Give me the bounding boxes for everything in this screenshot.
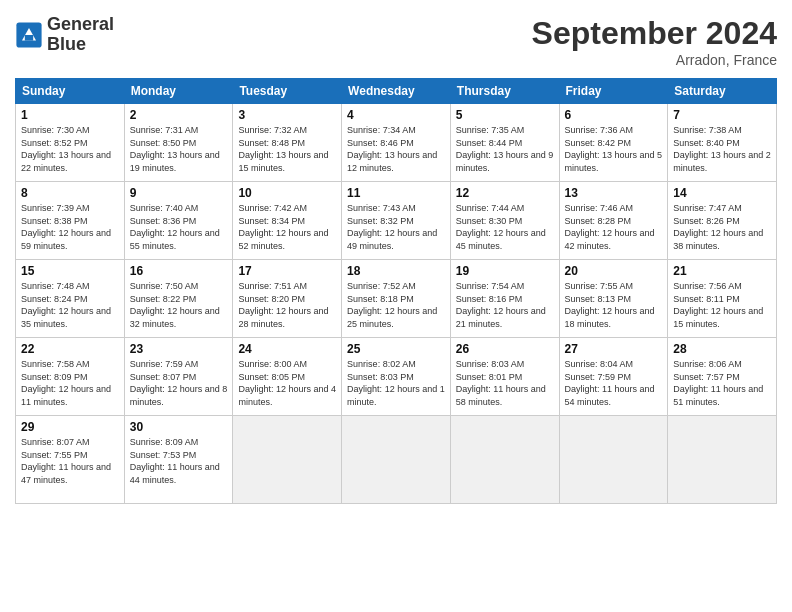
day-number: 7 bbox=[673, 108, 771, 122]
day-info: Sunrise: 7:51 AM Sunset: 8:20 PM Dayligh… bbox=[238, 280, 336, 330]
logo-icon bbox=[15, 21, 43, 49]
table-row: 29Sunrise: 8:07 AM Sunset: 7:55 PM Dayli… bbox=[16, 416, 125, 504]
calendar-table: Sunday Monday Tuesday Wednesday Thursday… bbox=[15, 78, 777, 504]
table-row: 21Sunrise: 7:56 AM Sunset: 8:11 PM Dayli… bbox=[668, 260, 777, 338]
calendar-page: General Blue September 2024 Arradon, Fra… bbox=[0, 0, 792, 612]
table-row: 6Sunrise: 7:36 AM Sunset: 8:42 PM Daylig… bbox=[559, 104, 668, 182]
table-row: 25Sunrise: 8:02 AM Sunset: 8:03 PM Dayli… bbox=[342, 338, 451, 416]
col-thursday: Thursday bbox=[450, 79, 559, 104]
table-row: 7Sunrise: 7:38 AM Sunset: 8:40 PM Daylig… bbox=[668, 104, 777, 182]
table-row: 13Sunrise: 7:46 AM Sunset: 8:28 PM Dayli… bbox=[559, 182, 668, 260]
day-info: Sunrise: 7:43 AM Sunset: 8:32 PM Dayligh… bbox=[347, 202, 445, 252]
day-number: 20 bbox=[565, 264, 663, 278]
day-number: 19 bbox=[456, 264, 554, 278]
day-number: 2 bbox=[130, 108, 228, 122]
table-row: 4Sunrise: 7:34 AM Sunset: 8:46 PM Daylig… bbox=[342, 104, 451, 182]
day-info: Sunrise: 7:46 AM Sunset: 8:28 PM Dayligh… bbox=[565, 202, 663, 252]
table-row: 23Sunrise: 7:59 AM Sunset: 8:07 PM Dayli… bbox=[124, 338, 233, 416]
day-number: 30 bbox=[130, 420, 228, 434]
table-row: 17Sunrise: 7:51 AM Sunset: 8:20 PM Dayli… bbox=[233, 260, 342, 338]
table-row: 19Sunrise: 7:54 AM Sunset: 8:16 PM Dayli… bbox=[450, 260, 559, 338]
table-row: 16Sunrise: 7:50 AM Sunset: 8:22 PM Dayli… bbox=[124, 260, 233, 338]
header: General Blue September 2024 Arradon, Fra… bbox=[15, 15, 777, 68]
table-row: 14Sunrise: 7:47 AM Sunset: 8:26 PM Dayli… bbox=[668, 182, 777, 260]
day-info: Sunrise: 8:02 AM Sunset: 8:03 PM Dayligh… bbox=[347, 358, 445, 408]
day-number: 23 bbox=[130, 342, 228, 356]
day-number: 24 bbox=[238, 342, 336, 356]
table-row: 22Sunrise: 7:58 AM Sunset: 8:09 PM Dayli… bbox=[16, 338, 125, 416]
table-row: 1Sunrise: 7:30 AM Sunset: 8:52 PM Daylig… bbox=[16, 104, 125, 182]
logo-line2: Blue bbox=[47, 35, 114, 55]
month-title: September 2024 bbox=[532, 15, 777, 52]
day-number: 25 bbox=[347, 342, 445, 356]
day-info: Sunrise: 7:34 AM Sunset: 8:46 PM Dayligh… bbox=[347, 124, 445, 174]
table-row: 9Sunrise: 7:40 AM Sunset: 8:36 PM Daylig… bbox=[124, 182, 233, 260]
logo-text: General Blue bbox=[47, 15, 114, 55]
day-info: Sunrise: 7:47 AM Sunset: 8:26 PM Dayligh… bbox=[673, 202, 771, 252]
day-info: Sunrise: 7:36 AM Sunset: 8:42 PM Dayligh… bbox=[565, 124, 663, 174]
day-number: 5 bbox=[456, 108, 554, 122]
logo-line1: General bbox=[47, 15, 114, 35]
day-info: Sunrise: 8:07 AM Sunset: 7:55 PM Dayligh… bbox=[21, 436, 119, 486]
day-info: Sunrise: 7:44 AM Sunset: 8:30 PM Dayligh… bbox=[456, 202, 554, 252]
col-monday: Monday bbox=[124, 79, 233, 104]
day-info: Sunrise: 7:59 AM Sunset: 8:07 PM Dayligh… bbox=[130, 358, 228, 408]
day-info: Sunrise: 7:38 AM Sunset: 8:40 PM Dayligh… bbox=[673, 124, 771, 174]
col-sunday: Sunday bbox=[16, 79, 125, 104]
table-row: 20Sunrise: 7:55 AM Sunset: 8:13 PM Dayli… bbox=[559, 260, 668, 338]
table-row: 18Sunrise: 7:52 AM Sunset: 8:18 PM Dayli… bbox=[342, 260, 451, 338]
day-number: 12 bbox=[456, 186, 554, 200]
day-info: Sunrise: 8:03 AM Sunset: 8:01 PM Dayligh… bbox=[456, 358, 554, 408]
table-row bbox=[342, 416, 451, 504]
day-info: Sunrise: 7:54 AM Sunset: 8:16 PM Dayligh… bbox=[456, 280, 554, 330]
day-number: 8 bbox=[21, 186, 119, 200]
col-wednesday: Wednesday bbox=[342, 79, 451, 104]
col-saturday: Saturday bbox=[668, 79, 777, 104]
day-number: 14 bbox=[673, 186, 771, 200]
table-row: 11Sunrise: 7:43 AM Sunset: 8:32 PM Dayli… bbox=[342, 182, 451, 260]
day-info: Sunrise: 7:50 AM Sunset: 8:22 PM Dayligh… bbox=[130, 280, 228, 330]
day-number: 18 bbox=[347, 264, 445, 278]
day-info: Sunrise: 7:40 AM Sunset: 8:36 PM Dayligh… bbox=[130, 202, 228, 252]
table-row: 26Sunrise: 8:03 AM Sunset: 8:01 PM Dayli… bbox=[450, 338, 559, 416]
day-number: 16 bbox=[130, 264, 228, 278]
day-info: Sunrise: 7:35 AM Sunset: 8:44 PM Dayligh… bbox=[456, 124, 554, 174]
table-row bbox=[233, 416, 342, 504]
day-number: 6 bbox=[565, 108, 663, 122]
day-number: 13 bbox=[565, 186, 663, 200]
day-info: Sunrise: 7:39 AM Sunset: 8:38 PM Dayligh… bbox=[21, 202, 119, 252]
table-row bbox=[450, 416, 559, 504]
table-row bbox=[668, 416, 777, 504]
day-number: 15 bbox=[21, 264, 119, 278]
table-row: 12Sunrise: 7:44 AM Sunset: 8:30 PM Dayli… bbox=[450, 182, 559, 260]
table-row bbox=[559, 416, 668, 504]
calendar-header-row: Sunday Monday Tuesday Wednesday Thursday… bbox=[16, 79, 777, 104]
location-title: Arradon, France bbox=[532, 52, 777, 68]
day-number: 26 bbox=[456, 342, 554, 356]
day-number: 10 bbox=[238, 186, 336, 200]
day-info: Sunrise: 7:30 AM Sunset: 8:52 PM Dayligh… bbox=[21, 124, 119, 174]
table-row: 3Sunrise: 7:32 AM Sunset: 8:48 PM Daylig… bbox=[233, 104, 342, 182]
day-info: Sunrise: 7:48 AM Sunset: 8:24 PM Dayligh… bbox=[21, 280, 119, 330]
day-number: 17 bbox=[238, 264, 336, 278]
day-info: Sunrise: 7:56 AM Sunset: 8:11 PM Dayligh… bbox=[673, 280, 771, 330]
day-info: Sunrise: 8:04 AM Sunset: 7:59 PM Dayligh… bbox=[565, 358, 663, 408]
day-number: 11 bbox=[347, 186, 445, 200]
day-info: Sunrise: 8:09 AM Sunset: 7:53 PM Dayligh… bbox=[130, 436, 228, 486]
day-info: Sunrise: 8:06 AM Sunset: 7:57 PM Dayligh… bbox=[673, 358, 771, 408]
day-info: Sunrise: 7:32 AM Sunset: 8:48 PM Dayligh… bbox=[238, 124, 336, 174]
svg-rect-2 bbox=[25, 35, 33, 41]
table-row: 30Sunrise: 8:09 AM Sunset: 7:53 PM Dayli… bbox=[124, 416, 233, 504]
day-number: 22 bbox=[21, 342, 119, 356]
day-number: 4 bbox=[347, 108, 445, 122]
title-block: September 2024 Arradon, France bbox=[532, 15, 777, 68]
table-row: 24Sunrise: 8:00 AM Sunset: 8:05 PM Dayli… bbox=[233, 338, 342, 416]
table-row: 2Sunrise: 7:31 AM Sunset: 8:50 PM Daylig… bbox=[124, 104, 233, 182]
logo: General Blue bbox=[15, 15, 114, 55]
day-info: Sunrise: 7:42 AM Sunset: 8:34 PM Dayligh… bbox=[238, 202, 336, 252]
col-friday: Friday bbox=[559, 79, 668, 104]
day-info: Sunrise: 7:58 AM Sunset: 8:09 PM Dayligh… bbox=[21, 358, 119, 408]
day-info: Sunrise: 7:52 AM Sunset: 8:18 PM Dayligh… bbox=[347, 280, 445, 330]
day-info: Sunrise: 7:55 AM Sunset: 8:13 PM Dayligh… bbox=[565, 280, 663, 330]
day-number: 9 bbox=[130, 186, 228, 200]
